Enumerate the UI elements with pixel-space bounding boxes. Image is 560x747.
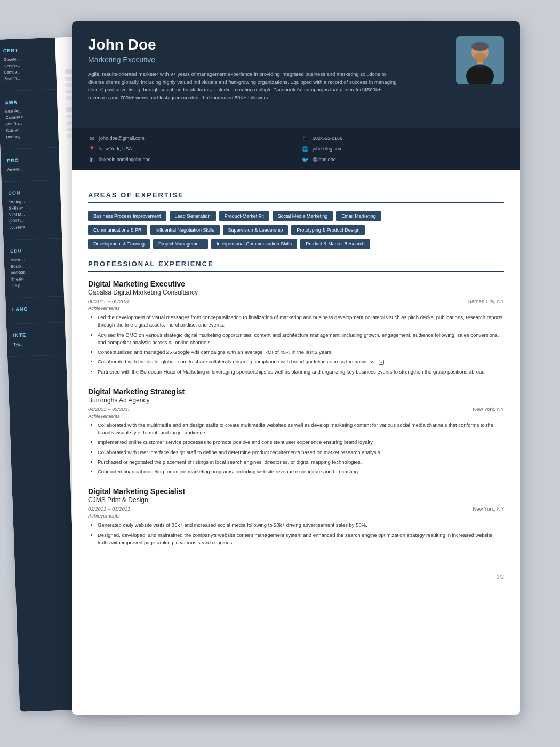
phone-icon: 📱 — [301, 134, 309, 142]
job-2-dates: 04/2013 – 05/2017 — [88, 406, 130, 412]
contact-linkedin: in linkedin.com/in/john.doe — [88, 156, 291, 163]
tag-development-training: Development & Training — [88, 239, 150, 249]
job-1-meta: 06/2017 – 05/2020 Garden City, NY — [88, 298, 504, 304]
expertise-section-title: AREAS OF EXPERTISE — [88, 191, 504, 203]
tag-project-management: Project Management — [153, 239, 208, 249]
contact-website: 🌐 john-blog.com — [301, 145, 504, 153]
location-icon: 📍 — [88, 145, 95, 153]
bg-sidebar-awa: AWA Best Ac... Cabalsa d... 2nd Ru... Ki… — [0, 90, 59, 150]
bg-sidebar-edu: EDU Maste... Bosto... 08/2009... Thesis:… — [3, 239, 64, 299]
photo-svg — [456, 36, 504, 84]
tag-business-process: Business Process Improvement — [88, 211, 166, 221]
contact-email: ✉ john.doe@gmail.com — [88, 134, 291, 142]
header-top: John Doe Marketing Executive Agile, resu… — [88, 36, 504, 102]
candidate-photo — [456, 36, 504, 84]
job-3-title: Digital Marketing Specialist — [88, 487, 504, 496]
job-2-location: New York, NY — [473, 406, 504, 412]
svg-point-5 — [471, 42, 489, 51]
job-1-dates: 06/2017 – 05/2020 — [88, 298, 130, 304]
experience-section-title: PROFESSIONAL EXPERIENCE — [88, 260, 504, 272]
job-3-meta: 02/2011 – 03/2013 New York, NY — [88, 506, 504, 512]
tag-lead-generation: Lead Generation — [170, 211, 216, 221]
bg-label-edu: EDU — [10, 247, 56, 254]
bg-label-inte: INTE — [13, 331, 59, 338]
tag-product-market-fit: Product-Market Fit — [219, 211, 269, 221]
job-2-bullet-2: Implemented online customer service proc… — [98, 439, 504, 446]
twitter-icon: 🐦 — [301, 156, 309, 163]
candidate-name: John Doe — [88, 36, 445, 53]
job-2-bullets: Collaborated with the multimedia and art… — [88, 422, 504, 476]
job-1-bullet-2: Advised the CMO on various strategic dig… — [98, 331, 504, 347]
bg-sidebar-pro: PRO Americ... — [0, 148, 60, 182]
job-3-company: CJMS Print & Design — [88, 496, 504, 504]
job-2-meta: 04/2013 – 05/2017 New York, NY — [88, 406, 504, 412]
tag-supervision: Supervision & Leadership — [223, 225, 289, 235]
candidate-summary: Agile, results-oriented marketer with 9+… — [88, 70, 397, 102]
job-2-achievements-label: Achievements — [88, 413, 504, 419]
job-1-bullet-1: Led the development of visual messages f… — [98, 314, 504, 329]
job-1-bullet-4: Collaborated with the digital global tea… — [98, 358, 504, 365]
job-3-bullet-2: Designed, developed, and maintained the … — [98, 531, 504, 547]
job-3: Digital Marketing Specialist CJMS Print … — [88, 487, 504, 546]
website-icon: 🌐 — [301, 145, 309, 153]
job-3-location: New York, NY — [473, 506, 504, 512]
job-1-bullet-5: Partnered with the European Head of Mark… — [98, 368, 504, 376]
bg-sidebar-con: CON Strateg... Skills an... Viral M... (… — [2, 180, 62, 241]
job-2-bullet-5: Conducted financial modeling for online … — [98, 468, 504, 475]
expertise-tags-row2: Communications & PR Influential Negotiat… — [88, 225, 504, 235]
tag-negotiation: Influential Negotiation Skills — [150, 225, 220, 235]
job-2-company: Burroughs Ad Agency — [88, 396, 504, 404]
job-2-bullet-3: Collaborated with user interface design … — [98, 449, 504, 456]
job-3-dates: 02/2011 – 03/2013 — [88, 506, 130, 512]
job-1-company: Cabalsa Digital Marketing Consultancy — [88, 289, 504, 296]
resume-scene: CERT Google... Google... Campa... Search… — [40, 21, 520, 726]
expertise-tags-row1: Business Process Improvement Lead Genera… — [88, 211, 504, 221]
job-1-achievements-label: Achievements — [88, 305, 504, 311]
job-1: Digital Marketing Executive Cabalsa Digi… — [88, 280, 504, 376]
resume-body: AREAS OF EXPERTISE Business Process Impr… — [72, 170, 520, 569]
job-3-bullet-1: Generated daily website visits of 20k+ a… — [98, 521, 504, 529]
linkedin-icon: in — [88, 156, 95, 163]
job-3-achievements-label: Achievements — [88, 513, 504, 519]
email-icon: ✉ — [88, 134, 95, 142]
contact-location: 📍 New York, USA — [88, 145, 291, 153]
job-2: Digital Marketing Strategist Burroughs A… — [88, 387, 504, 476]
tag-social-media: Social Media Marketing — [273, 211, 333, 221]
job-2-bullet-1: Collaborated with the multimedia and art… — [98, 422, 504, 437]
tag-product-market-research: Product & Market Research — [300, 239, 370, 249]
tag-prototyping: Prototyping & Product Design — [291, 225, 365, 235]
candidate-title: Marketing Executive — [88, 55, 445, 64]
bg-label-cert: CERT — [3, 46, 49, 53]
contact-twitter: 🐦 @john.doe — [301, 156, 504, 163]
resume-header: John Doe Marketing Executive Agile, resu… — [72, 21, 520, 128]
svg-point-4 — [473, 53, 487, 62]
job-1-title: Digital Marketing Executive — [88, 280, 504, 288]
tag-interpersonal: Interpersonal Communication Skills — [211, 239, 297, 249]
expertise-tags-row3: Development & Training Project Managemen… — [88, 239, 504, 249]
job-1-location: Garden City, NY — [468, 298, 504, 304]
bg-sidebar-inte: INTE Typ... — [6, 323, 66, 357]
tag-email-marketing: Email Marketing — [336, 211, 381, 221]
job-2-title: Digital Marketing Strategist — [88, 387, 504, 396]
job-3-bullets: Generated daily website visits of 20k+ a… — [88, 521, 504, 546]
contact-phone: 📱 202-555-0166 — [301, 134, 504, 142]
bg-label-awa: AWA — [5, 98, 51, 105]
page-number: 1/2 — [72, 569, 520, 588]
job-1-bullets: Led the development of visual messages f… — [88, 314, 504, 376]
bg-label-con: CON — [8, 189, 54, 196]
bg-sidebar-lang: LANG — [5, 297, 65, 325]
external-link-icon: ↗ — [379, 360, 384, 365]
job-2-bullet-4: Purchased or negotiated the placement of… — [98, 458, 504, 466]
main-resume-page: John Doe Marketing Executive Agile, resu… — [72, 21, 520, 715]
tag-communications-pr: Communications & PR — [88, 225, 147, 235]
job-1-bullet-3: Conceptualized and managed 25 Google Ads… — [98, 348, 504, 356]
header-name-block: John Doe Marketing Executive Agile, resu… — [88, 36, 445, 102]
bg-label-pro: PRO — [7, 156, 53, 163]
bg-label-lang: LANG — [12, 305, 58, 312]
bg-sidebar-cert: CERT Google... Google... Campa... Search… — [0, 38, 57, 92]
contact-bar: ✉ john.doe@gmail.com 📱 202-555-0166 📍 Ne… — [72, 128, 520, 170]
